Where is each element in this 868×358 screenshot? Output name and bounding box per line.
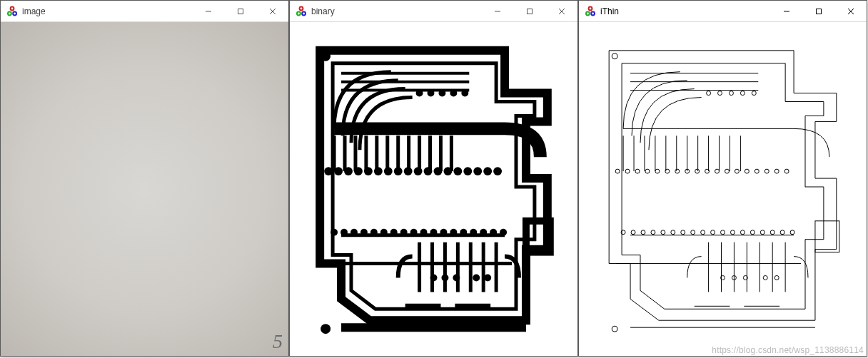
svg-point-134: [735, 169, 739, 173]
svg-point-95: [440, 229, 447, 236]
minimize-icon: [494, 8, 501, 15]
svg-point-122: [615, 169, 620, 173]
maximize-button[interactable]: [513, 1, 545, 21]
svg-point-144: [661, 230, 665, 235]
window-title: iThin: [600, 6, 770, 16]
svg-point-121: [612, 326, 617, 332]
svg-rect-60: [527, 9, 532, 14]
desktop: image: [0, 0, 868, 358]
svg-point-67: [334, 167, 343, 175]
window-ithin: iThin: [578, 0, 867, 357]
svg-point-136: [755, 169, 759, 173]
close-button[interactable]: [834, 1, 867, 21]
svg-point-167: [774, 275, 779, 280]
svg-point-2: [13, 11, 16, 15]
svg-point-99: [480, 229, 487, 236]
minimize-button[interactable]: [481, 1, 513, 21]
image-corner-number: 5: [273, 330, 283, 353]
svg-point-96: [450, 229, 457, 236]
svg-rect-119: [815, 221, 839, 252]
maximize-button[interactable]: [802, 1, 834, 21]
svg-point-83: [493, 167, 502, 175]
svg-point-130: [695, 169, 700, 173]
svg-rect-116: [816, 9, 821, 14]
svg-point-145: [671, 230, 675, 235]
svg-point-84: [330, 229, 338, 236]
svg-point-101: [500, 229, 507, 236]
window-controls: [192, 1, 288, 21]
close-button[interactable]: [256, 1, 288, 21]
svg-point-80: [463, 167, 472, 175]
image-viewport: [290, 22, 577, 356]
svg-point-135: [745, 169, 749, 173]
maximize-icon: [815, 8, 822, 15]
image-viewport: 5: [1, 22, 288, 356]
window-title: binary: [311, 6, 481, 16]
svg-point-74: [404, 167, 413, 175]
svg-point-152: [740, 230, 745, 235]
image-viewport: [579, 22, 867, 356]
svg-point-58: [302, 11, 306, 15]
pcb-thinned-image: [579, 22, 867, 356]
svg-point-166: [763, 275, 767, 280]
svg-point-114: [591, 11, 595, 15]
svg-point-126: [655, 169, 660, 173]
svg-point-91: [400, 229, 408, 236]
svg-point-81: [473, 167, 482, 175]
svg-point-87: [360, 229, 368, 236]
svg-point-138: [774, 169, 779, 173]
window-controls: [481, 1, 577, 21]
svg-point-0: [11, 6, 14, 10]
minimize-button[interactable]: [770, 1, 802, 21]
svg-point-110: [473, 274, 480, 281]
close-icon: [847, 8, 854, 15]
svg-point-73: [394, 167, 403, 175]
close-icon: [269, 8, 276, 15]
svg-point-125: [645, 169, 650, 173]
grayscale-background: [1, 22, 288, 356]
titlebar[interactable]: iThin: [579, 1, 867, 22]
svg-point-151: [730, 230, 735, 235]
svg-point-92: [410, 229, 418, 236]
svg-point-88: [370, 229, 378, 236]
svg-point-78: [443, 167, 452, 175]
svg-point-93: [420, 229, 428, 236]
svg-point-104: [438, 90, 445, 97]
svg-point-86: [350, 229, 358, 236]
svg-point-153: [750, 230, 755, 235]
svg-point-76: [424, 167, 433, 175]
pcb-binary-image: [290, 22, 577, 356]
close-button[interactable]: [545, 1, 577, 21]
window-binary: binary: [289, 0, 578, 357]
titlebar[interactable]: binary: [290, 1, 577, 22]
svg-point-150: [721, 230, 725, 235]
svg-point-106: [461, 90, 468, 97]
svg-point-154: [760, 230, 764, 235]
svg-rect-4: [238, 9, 243, 14]
window-controls: [770, 1, 867, 21]
maximize-button[interactable]: [224, 1, 256, 21]
svg-point-160: [729, 91, 733, 96]
opencv-logo-icon: [6, 6, 18, 17]
svg-point-71: [374, 167, 383, 175]
minimize-button[interactable]: [192, 1, 224, 21]
svg-point-149: [711, 230, 715, 235]
svg-point-75: [414, 167, 423, 175]
svg-point-72: [384, 167, 393, 175]
opencv-logo-icon: [585, 6, 596, 17]
svg-point-158: [707, 91, 711, 96]
svg-point-107: [430, 274, 438, 281]
svg-point-146: [681, 230, 685, 235]
svg-point-108: [441, 274, 448, 281]
minimize-icon: [205, 8, 212, 15]
svg-point-56: [300, 6, 303, 10]
svg-point-142: [641, 230, 645, 235]
svg-point-68: [344, 167, 353, 175]
maximize-icon: [526, 8, 533, 15]
svg-point-143: [651, 230, 655, 235]
close-icon: [558, 8, 565, 15]
svg-point-64: [321, 51, 330, 61]
svg-point-69: [354, 167, 363, 175]
svg-point-65: [321, 324, 330, 334]
titlebar[interactable]: image: [1, 1, 288, 22]
